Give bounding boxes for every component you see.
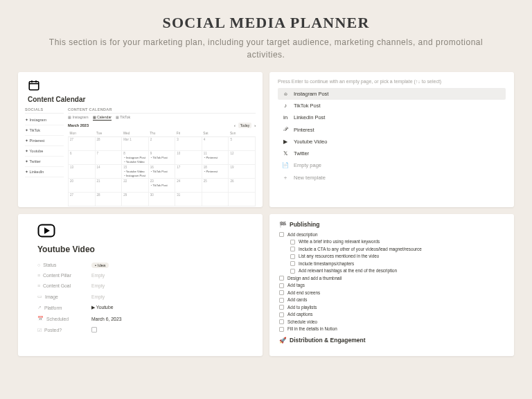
checklist-item[interactable]: List any resources mentioned in the vide… (279, 253, 504, 260)
checklist-item[interactable]: Design and add a thumbnail (279, 274, 504, 282)
next-month[interactable]: › (254, 123, 256, 127)
calendar-event[interactable]: Instagram Post (123, 174, 147, 177)
template-option[interactable]: ＋New template (278, 171, 506, 184)
calendar-event[interactable]: Youtube Video (123, 160, 147, 163)
calendar-cell[interactable]: 22 (122, 179, 149, 193)
calendar-cell[interactable]: 8Instagram PostYoutube Video (122, 151, 149, 165)
calendar-cell[interactable]: 6 (69, 151, 96, 165)
checklist-item[interactable]: Add captions (279, 311, 504, 319)
checkbox[interactable] (91, 327, 97, 332)
calendar-cell[interactable]: 28 (95, 193, 122, 206)
prev-month[interactable]: ‹ (234, 123, 236, 127)
calendar-cell[interactable]: 10 (175, 151, 202, 165)
calendar-event[interactable]: Instagram Post (123, 156, 147, 159)
calendar-tab[interactable]: ▦ Calendar (93, 115, 112, 121)
property-value[interactable]: Empty (91, 283, 105, 288)
template-option[interactable]: 𝕏Twitter (278, 148, 506, 159)
social-item[interactable]: ✦ TikTok (25, 125, 64, 136)
template-option[interactable]: 𝒫Pinterest (278, 123, 506, 136)
social-item[interactable]: ✦ Twitter (25, 157, 64, 167)
calendar-cell[interactable]: 13 (69, 165, 96, 179)
checkbox[interactable] (290, 269, 295, 274)
calendar-cell[interactable]: 28 (95, 137, 122, 151)
calendar-cell[interactable]: 30 (148, 193, 175, 206)
calendar-grid[interactable]: MonTueWedThuFriSatSun 2728Mar 12345678In… (68, 130, 256, 206)
calendar-cell[interactable]: 2 (148, 137, 175, 151)
calendar-cell[interactable]: 19 (229, 165, 256, 179)
calendar-cell[interactable]: 16TikTok Post (148, 165, 175, 179)
checkbox[interactable] (279, 232, 284, 237)
checkbox[interactable] (290, 261, 295, 266)
calendar-event[interactable]: Pinterest (204, 156, 227, 159)
calendar-cell[interactable]: 26 (229, 179, 256, 193)
calendar-cell[interactable]: 29 (122, 193, 149, 206)
calendar-tab[interactable]: ▦ TikTok (116, 115, 130, 121)
template-option[interactable]: ▶Youtube Video (278, 136, 506, 148)
property-row[interactable]: 📅ScheduledMarch 6, 2023 (37, 313, 243, 324)
social-item[interactable]: ✦ Pinterest (25, 136, 64, 146)
calendar-event[interactable]: Youtube Video (123, 170, 147, 173)
calendar-cell[interactable] (202, 193, 229, 206)
social-item[interactable]: ✦ Instagram (25, 115, 64, 125)
property-row[interactable]: ▭ImageEmpty (37, 291, 243, 302)
calendar-cell[interactable]: 18Pinterest (202, 165, 229, 179)
checklist-item[interactable]: Add end screens (279, 289, 504, 296)
calendar-cell[interactable]: Mar 1 (122, 137, 149, 151)
template-option[interactable]: ♪TikTok Post (278, 100, 506, 112)
calendar-cell[interactable]: 25 (202, 179, 229, 193)
calendar-cell[interactable]: 3 (175, 137, 202, 151)
checklist-item[interactable]: Schedule video (279, 318, 504, 326)
checkbox[interactable] (290, 247, 295, 251)
calendar-event[interactable]: TikTok Post (150, 184, 174, 187)
checkbox[interactable] (279, 319, 284, 324)
checklist-item[interactable]: Add cards (279, 296, 504, 304)
calendar-event[interactable]: Pinterest (204, 170, 227, 173)
calendar-cell[interactable]: 12 (229, 151, 256, 165)
calendar-cell[interactable]: 14 (95, 165, 122, 179)
checklist-item[interactable]: Add tags (279, 282, 504, 290)
calendar-cell[interactable]: 27 (69, 137, 96, 151)
calendar-tab[interactable]: ▦ Instagram (68, 115, 89, 121)
calendar-cell[interactable]: 9TikTok Post (148, 151, 175, 165)
calendar-cell[interactable]: 23TikTok Post (148, 179, 175, 193)
calendar-cell[interactable]: 7 (95, 151, 122, 165)
calendar-cell[interactable]: 15Youtube VideoInstagram Post (122, 165, 149, 179)
property-row[interactable]: ☑Posted? (37, 324, 243, 336)
calendar-tabs[interactable]: ▦ Instagram▦ Calendar▦ TikTok (68, 115, 256, 121)
property-value[interactable]: ▶ Youtube (91, 305, 113, 310)
social-item[interactable]: ✦ Youtube (25, 146, 64, 157)
property-row[interactable]: ○Status• Idea (37, 260, 243, 270)
calendar-cell[interactable] (229, 193, 256, 206)
checklist-item[interactable]: Include a CTA to any other of your video… (279, 245, 504, 253)
calendar-cell[interactable]: 5 (229, 137, 256, 151)
checkbox[interactable] (279, 283, 284, 288)
checkbox[interactable] (279, 305, 284, 310)
checklist-item[interactable]: Add relevant hashtags at the end of the … (279, 267, 504, 275)
calendar-cell[interactable]: 4 (202, 137, 229, 151)
checkbox[interactable] (290, 254, 295, 259)
calendar-cell[interactable]: 31 (175, 193, 202, 206)
checklist-item[interactable]: Add description (279, 231, 504, 238)
template-option[interactable]: 📄Empty page (278, 159, 506, 171)
template-option[interactable]: ⌾Instagram Post (278, 88, 506, 100)
checkbox[interactable] (279, 276, 284, 281)
calendar-cell[interactable]: 24 (175, 179, 202, 193)
today-button[interactable]: Today (238, 123, 251, 128)
calendar-event[interactable]: TikTok Post (150, 170, 174, 173)
social-item[interactable]: ✦ LinkedIn (25, 167, 64, 177)
checklist-item[interactable]: Add to playlists (279, 303, 504, 311)
property-value[interactable]: Empty (91, 294, 105, 299)
calendar-cell[interactable]: 20 (69, 179, 96, 193)
calendar-event[interactable]: TikTok Post (150, 156, 174, 159)
calendar-cell[interactable]: 11Pinterest (202, 151, 229, 165)
checklist-item[interactable]: Fill in the details in Notion (279, 326, 504, 333)
property-value[interactable]: Empty (91, 273, 105, 278)
checkbox[interactable] (279, 290, 284, 295)
checkbox[interactable] (290, 240, 295, 245)
calendar-cell[interactable]: 27 (69, 193, 96, 206)
checklist-item[interactable]: Include timestamps/chapters (279, 260, 504, 267)
template-option[interactable]: inLinkedIn Post (278, 112, 506, 123)
calendar-cell[interactable]: 17 (175, 165, 202, 179)
property-row[interactable]: ↗Platform▶ Youtube (37, 302, 243, 313)
property-row[interactable]: ≡Content GoalEmpty (37, 281, 243, 291)
